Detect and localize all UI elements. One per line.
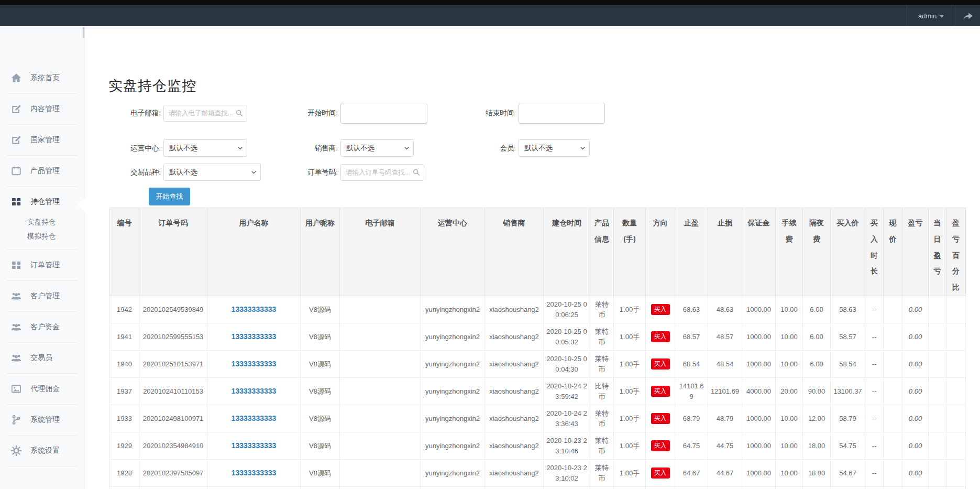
search-icon: [412, 168, 421, 177]
end-time-filter-label: 结束时间:: [455, 103, 517, 124]
cell-center: yunyingzhongxin2: [421, 296, 485, 323]
column-header: 当日盈亏: [929, 208, 946, 296]
cell-tp: 68.54: [675, 351, 708, 378]
member-select[interactable]: 默认不选: [519, 139, 590, 157]
sidebar-item-commission[interactable]: 代理佣金: [0, 377, 84, 401]
cell-buy_price: 58.63: [831, 296, 865, 323]
cell-order_no: 2020102549539849: [139, 296, 207, 323]
divider: [7, 249, 77, 250]
cell-nickname: V8源码: [301, 296, 340, 323]
cell-sl: 44.75: [708, 432, 742, 460]
column-header: 产品信息: [590, 208, 614, 296]
username-link[interactable]: 13333333333: [232, 441, 277, 450]
cell-direction: 买入: [646, 296, 675, 323]
sidebar-item-settings[interactable]: 系统设置: [0, 439, 84, 463]
cell-direction: 买入: [646, 378, 675, 405]
cell-id: 1942: [110, 296, 139, 323]
cell-direction: 买入: [646, 432, 675, 460]
cell-price: [884, 460, 902, 487]
sidebar: 系统首页内容管理国家管理产品管理持仓管理实盘持仓模拟持仓订单管理客户管理客户资金…: [0, 26, 85, 489]
cell-nickname: V8源码: [301, 460, 340, 487]
sidebar-scrollbar[interactable]: [83, 27, 84, 38]
sidebar-item-customer[interactable]: 客户管理: [0, 284, 84, 308]
divider: [7, 435, 77, 436]
username-link[interactable]: 13333333333: [232, 414, 277, 422]
cell-day_profit: [929, 432, 946, 460]
sidebar-item-funds[interactable]: 客户资金: [0, 315, 84, 339]
email-filter-input[interactable]: [163, 105, 247, 122]
end-time-input[interactable]: [519, 103, 605, 124]
column-header: 盈亏: [902, 208, 929, 296]
exit-arrow-icon: [962, 9, 974, 22]
edit-icon: [10, 103, 22, 115]
cell-margin: 10.00: [742, 487, 776, 489]
cell-sl: 44.67: [708, 460, 742, 487]
cell-profit_pct: [946, 296, 966, 323]
username-link[interactable]: 13333333333: [232, 387, 277, 395]
cell-open_time: 2020-10-25 00:05:32: [544, 323, 590, 351]
chevron-down-icon: [404, 145, 410, 151]
sidebar-item-home[interactable]: 系统首页: [0, 66, 84, 90]
sidebar-subitem[interactable]: 模拟持仓: [27, 229, 84, 243]
cell-id: 1940: [110, 351, 139, 378]
admin-menu[interactable]: admin: [907, 5, 955, 26]
cell-open_time: 2020-10-25 00:06:25: [544, 296, 590, 323]
image-icon: [10, 383, 22, 395]
grid-icon: [10, 196, 22, 208]
cell-email: [340, 432, 421, 460]
direction-badge: 买入: [651, 331, 670, 342]
table-row: 192420201023565052983225455839@qq.comxji…: [110, 487, 966, 489]
search-button[interactable]: 开始查找: [149, 188, 190, 205]
sidebar-item-position[interactable]: 持仓管理: [0, 190, 84, 214]
table-row: 1937202010241011015313333333333V8源码yunyi…: [110, 378, 966, 405]
order-no-filter-input[interactable]: [340, 164, 424, 181]
sidebar-item-system[interactable]: 系统管理: [0, 408, 84, 432]
divider: [7, 373, 77, 374]
cell-open_time: 2020-10-23 23:10:46: [544, 432, 590, 460]
seller-select[interactable]: 默认不选: [340, 139, 414, 157]
cell-profit: 0.00: [902, 323, 929, 351]
cell-nickname: V8源码: [301, 432, 340, 460]
cell-id: 1929: [110, 432, 139, 460]
direction-badge: 买入: [651, 304, 670, 314]
column-header: 销售商: [485, 208, 544, 296]
sidebar-item-country[interactable]: 国家管理: [0, 128, 84, 152]
main-content: 实盘持仓监控 电子邮箱: 开始时间: 结束时间: 运营中心: 默认不选: [85, 26, 980, 489]
sidebar-subitem[interactable]: 实盘持仓: [27, 215, 84, 229]
cell-nickname: V8源码: [301, 351, 340, 378]
cell-buy_price: 56.05: [831, 487, 865, 489]
cell-email: [340, 460, 421, 487]
cell-day_profit: [929, 296, 946, 323]
sidebar-item-order[interactable]: 订单管理: [0, 253, 84, 277]
cell-qty: 1.00手: [614, 378, 646, 405]
sidebar-item-content[interactable]: 内容管理: [0, 97, 84, 121]
column-header: 订单号码: [139, 208, 207, 296]
cell-overnight: 18.00: [803, 460, 831, 487]
sidebar-item-product[interactable]: 产品管理: [0, 159, 84, 183]
cell-center: yunyingzhongxin: [421, 487, 485, 489]
username-link[interactable]: 13333333333: [232, 332, 277, 341]
logout-button[interactable]: [955, 5, 980, 26]
table-row: 1929202010235498491013333333333V8源码yunyi…: [110, 432, 966, 460]
positions-table: 编号订单号码用户名称用户昵称电子邮箱运营中心销售商建仓时间产品信息数量 (手)方…: [109, 208, 966, 489]
column-header: 方向: [646, 208, 675, 296]
username-link[interactable]: 13333333333: [232, 469, 277, 477]
cell-price: [884, 296, 902, 323]
sidebar-item-trader[interactable]: 交易员: [0, 346, 84, 370]
cell-username: 13333333333: [207, 378, 301, 405]
cell-qty: 1.00手: [614, 432, 646, 460]
username-link[interactable]: 13333333333: [232, 360, 277, 368]
divider: [7, 280, 77, 281]
table-row: 1942202010254953984913333333333V8源码yunyi…: [110, 296, 966, 323]
center-select[interactable]: 默认不选: [163, 139, 247, 157]
cell-fee: 20.00: [776, 378, 803, 405]
cell-tp: 68.63: [675, 296, 708, 323]
start-time-input[interactable]: [340, 103, 427, 124]
cell-sl: 48.63: [708, 296, 742, 323]
cell-profit_pct: [946, 432, 966, 460]
username-link[interactable]: 13333333333: [232, 305, 277, 313]
variety-select[interactable]: 默认不选: [163, 164, 261, 181]
table-row: 1940202010251015397113333333333V8源码yunyi…: [110, 351, 966, 378]
column-header: 盈亏百分比: [946, 208, 966, 296]
cell-product: 莱特币: [590, 460, 614, 487]
